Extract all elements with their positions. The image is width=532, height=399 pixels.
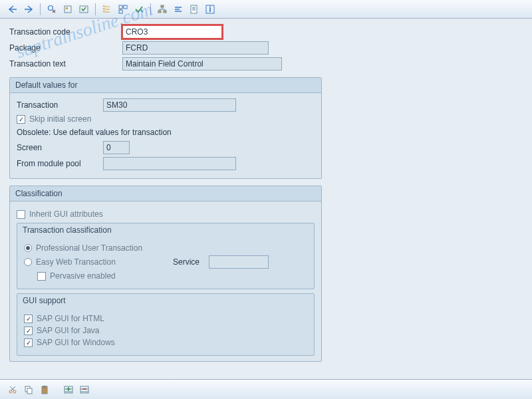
default-values-title: Default values for bbox=[10, 78, 321, 93]
main-content: Transaction code Package Transaction tex… bbox=[0, 19, 532, 379]
copy-button[interactable] bbox=[21, 382, 36, 397]
toolbar-separator bbox=[150, 3, 151, 15]
svg-point-13 bbox=[9, 390, 12, 393]
skip-initial-checkbox[interactable]: ✓ bbox=[17, 115, 25, 124]
from-module-pool-input bbox=[103, 157, 236, 170]
svg-rect-8 bbox=[158, 11, 161, 13]
service-label: Service bbox=[173, 257, 200, 267]
bottom-toolbar bbox=[0, 379, 532, 399]
transaction-text-label: Transaction text bbox=[9, 59, 122, 68]
transaction-code-input[interactable] bbox=[122, 25, 222, 39]
svg-rect-5 bbox=[124, 5, 127, 9]
gui-html-row[interactable]: ✓ SAP GUI for HTML bbox=[24, 314, 307, 323]
test-button[interactable] bbox=[132, 2, 146, 17]
where-used-button[interactable] bbox=[116, 2, 130, 17]
documentation-button[interactable] bbox=[187, 2, 201, 17]
gui-windows-label: SAP GUI for Windows bbox=[37, 338, 115, 347]
gui-java-label: SAP GUI for Java bbox=[37, 326, 99, 335]
pervasive-checkbox[interactable] bbox=[37, 272, 46, 281]
easy-web-row[interactable]: Easy Web Transaction Service bbox=[24, 255, 307, 269]
gui-support-group: GUI support ✓ SAP GUI for HTML ✓ SAP GUI… bbox=[17, 293, 315, 356]
easy-web-radio[interactable] bbox=[24, 258, 32, 266]
from-module-pool-label: From module pool bbox=[17, 159, 103, 168]
gui-html-checkbox[interactable]: ✓ bbox=[24, 315, 33, 323]
paste-button[interactable] bbox=[37, 382, 52, 397]
svg-rect-16 bbox=[27, 388, 32, 394]
obsolete-text: Obsolete: Use default values for transac… bbox=[17, 128, 315, 137]
classification-group: Classification Inherit GUI attributes Tr… bbox=[9, 186, 322, 362]
hierarchy-button[interactable] bbox=[155, 2, 170, 17]
info-button[interactable]: i bbox=[203, 2, 217, 17]
toolbar-separator bbox=[95, 3, 96, 15]
svg-rect-2 bbox=[66, 7, 68, 9]
professional-label: Professional User Transaction bbox=[36, 243, 142, 253]
inherit-checkbox[interactable] bbox=[17, 210, 25, 219]
check-button[interactable] bbox=[76, 2, 91, 17]
pervasive-label: Pervasive enabled bbox=[50, 271, 116, 281]
trans-class-title: Transaction classification bbox=[17, 223, 314, 237]
screen-label: Screen bbox=[17, 143, 103, 152]
professional-radio[interactable] bbox=[24, 244, 32, 252]
other-object-button[interactable] bbox=[61, 2, 75, 17]
back-button[interactable] bbox=[5, 2, 20, 17]
package-input bbox=[122, 41, 269, 55]
inherit-row[interactable]: Inherit GUI attributes bbox=[17, 209, 315, 219]
gui-windows-checkbox[interactable]: ✓ bbox=[24, 338, 33, 347]
toolbar-separator bbox=[40, 3, 41, 15]
gui-java-checkbox[interactable]: ✓ bbox=[24, 327, 33, 335]
app-toolbar: i bbox=[0, 0, 532, 19]
activate-button[interactable] bbox=[100, 2, 114, 17]
transaction-classification-group: Transaction classification Professional … bbox=[17, 223, 315, 289]
default-values-group: Default values for Transaction ✓ Skip in… bbox=[9, 77, 322, 179]
align-button[interactable] bbox=[171, 2, 186, 17]
easy-web-label: Easy Web Transaction bbox=[36, 257, 169, 267]
package-label: Package bbox=[9, 43, 122, 53]
gui-java-row[interactable]: ✓ SAP GUI for Java bbox=[24, 326, 307, 335]
professional-row[interactable]: Professional User Transaction bbox=[24, 243, 307, 253]
gui-support-title: GUI support bbox=[17, 294, 314, 307]
pervasive-row[interactable]: Pervasive enabled bbox=[37, 271, 307, 281]
svg-rect-9 bbox=[164, 11, 166, 13]
gui-html-label: SAP GUI for HTML bbox=[37, 314, 104, 323]
transaction-text-input bbox=[122, 57, 282, 70]
display-toggle-button[interactable] bbox=[45, 2, 59, 17]
insert-row-button[interactable] bbox=[61, 382, 76, 397]
svg-rect-7 bbox=[161, 5, 164, 7]
svg-rect-4 bbox=[119, 5, 122, 9]
inherit-label: Inherit GUI attributes bbox=[29, 209, 103, 219]
dv-transaction-input bbox=[103, 98, 236, 112]
skip-initial-label: Skip initial screen bbox=[29, 114, 91, 124]
cut-button[interactable] bbox=[5, 382, 20, 397]
service-input bbox=[209, 255, 269, 269]
svg-text:i: i bbox=[209, 5, 211, 14]
delete-row-button[interactable] bbox=[77, 382, 92, 397]
screen-input bbox=[103, 141, 130, 154]
svg-rect-10 bbox=[191, 5, 197, 13]
forward-button[interactable] bbox=[21, 2, 36, 17]
svg-rect-6 bbox=[119, 10, 122, 13]
gui-windows-row[interactable]: ✓ SAP GUI for Windows bbox=[24, 338, 307, 347]
svg-rect-18 bbox=[43, 386, 46, 388]
svg-point-0 bbox=[49, 5, 53, 10]
dv-transaction-label: Transaction bbox=[17, 100, 103, 110]
classification-title: Classification bbox=[10, 186, 321, 201]
svg-point-14 bbox=[13, 390, 16, 393]
skip-initial-row[interactable]: ✓ Skip initial screen bbox=[17, 114, 315, 124]
transaction-code-label: Transaction code bbox=[9, 27, 122, 37]
